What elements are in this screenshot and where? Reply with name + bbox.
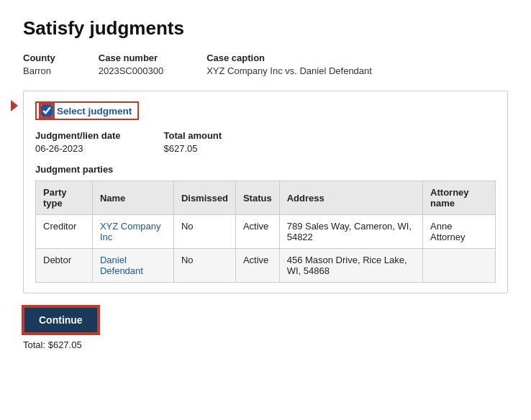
cell-name[interactable]: Daniel Defendant [92, 249, 173, 283]
col-dismissed: Dismissed [173, 181, 235, 215]
county-value: Barron [23, 65, 51, 76]
case-caption-field: Case caption XYZ Company Inc vs. Daniel … [206, 52, 372, 76]
continue-button[interactable]: Continue [23, 306, 99, 334]
cell-status: Active [235, 215, 279, 249]
total-label: Total: $627.05 [23, 339, 508, 350]
judgment-parties-label: Judgment parties [35, 164, 496, 175]
col-party-type: Party type [36, 181, 93, 215]
page-title: Satisfy judgments [23, 17, 508, 40]
table-row: CreditorXYZ Company IncNoActive789 Sales… [36, 215, 496, 249]
cell-name[interactable]: XYZ Company Inc [92, 215, 173, 249]
cell-dismissed: No [173, 215, 235, 249]
table-header-row: Party type Name Dismissed Status Address… [36, 181, 496, 215]
county-field: County Barron [23, 52, 55, 76]
cell-dismissed: No [173, 249, 235, 283]
table-row: DebtorDaniel DefendantNoActive456 Mason … [36, 249, 496, 283]
select-judgment-row: Select judgment [35, 101, 496, 120]
cell-attorney: Anne Attorney [423, 215, 496, 249]
judgment-amount-field: Total amount $627.05 [163, 130, 222, 154]
cell-party-type: Debtor [36, 249, 93, 283]
judgment-amount-value: $627.05 [163, 143, 197, 154]
select-judgment-checkbox[interactable] [41, 105, 53, 117]
case-caption-value: XYZ Company Inc vs. Daniel Defendant [206, 65, 372, 76]
col-address: Address [279, 181, 422, 215]
cell-attorney [423, 249, 496, 283]
cell-address: 456 Mason Drive, Rice Lake, WI, 54868 [279, 249, 422, 283]
judgment-date-label: Judgment/lien date [35, 130, 120, 141]
cell-address: 789 Sales Way, Cameron, WI, 54822 [279, 215, 422, 249]
left-arrow-indicator [11, 100, 18, 111]
col-name: Name [92, 181, 173, 215]
cell-status: Active [235, 249, 279, 283]
judgment-date-value: 06-26-2023 [35, 143, 83, 154]
select-judgment-checkbox-wrapper[interactable]: Select judgment [35, 101, 139, 120]
case-number-field: Case number 2023SC000300 [99, 52, 163, 76]
judgment-info-row: Judgment/lien date 06-26-2023 Total amou… [35, 130, 496, 154]
select-judgment-label[interactable]: Select judgment [57, 106, 132, 117]
case-number-value: 2023SC000300 [99, 65, 163, 76]
case-meta: County Barron Case number 2023SC000300 C… [23, 52, 508, 76]
judgment-section: Select judgment Judgment/lien date 06-26… [23, 91, 508, 293]
case-caption-label: Case caption [206, 52, 372, 63]
case-number-label: Case number [99, 52, 163, 63]
cell-party-type: Creditor [36, 215, 93, 249]
parties-table: Party type Name Dismissed Status Address… [35, 181, 496, 283]
col-status: Status [235, 181, 279, 215]
col-attorney-name: Attorney name [423, 181, 496, 215]
county-label: County [23, 52, 55, 63]
judgment-amount-label: Total amount [163, 130, 222, 141]
judgment-date-field: Judgment/lien date 06-26-2023 [35, 130, 120, 154]
